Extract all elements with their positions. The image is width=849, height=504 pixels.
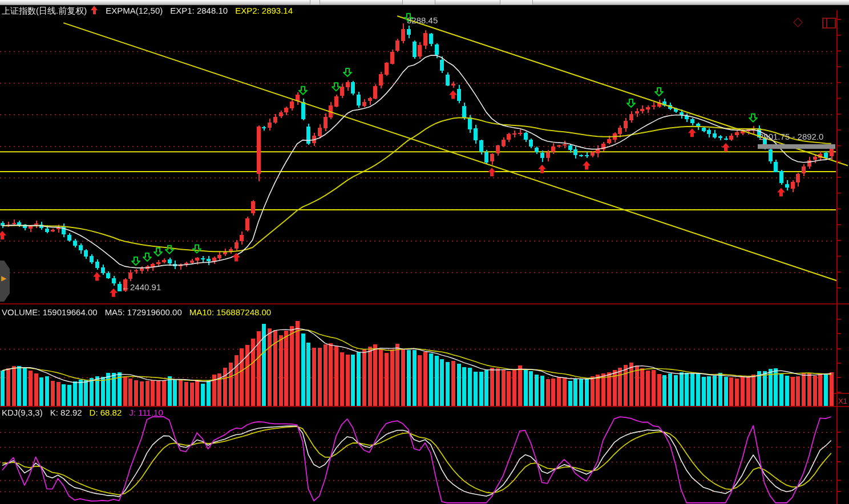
trading-app-window: 上证指数(日线.前复权)EXPMA(12,50)EXP1: 2848.10EXP… — [0, 0, 849, 504]
volume-ma10-value: MA10: 156887248.00 — [189, 307, 271, 317]
exp1-value: EXP1: 2848.10 — [170, 6, 228, 15]
kdj-d-value: D: 68.82 — [90, 408, 122, 417]
volume-ma5-value: MA5: 172919600.00 — [105, 307, 182, 317]
exp2-value: EXP2: 2893.14 — [235, 6, 293, 15]
top-toolbar-strip — [0, 0, 849, 5]
kdj-k-value: K: 82.92 — [50, 408, 82, 417]
low-price-label: ←2440.91 — [122, 282, 161, 292]
expand-right-icon: ▶ — [1, 274, 6, 282]
split-window-icon[interactable] — [822, 18, 836, 29]
kdj-header: KDJ(9,3,3)K: 82.92D: 68.82J: 111.10 — [2, 408, 171, 417]
peak-price-label: 3288.45 — [407, 15, 438, 25]
chart-canvas[interactable] — [0, 0, 849, 504]
current-price-label: 2901.75 - 2892.0 — [759, 132, 823, 141]
zoom-level-label[interactable]: X1 — [838, 396, 847, 406]
kdj-j-value: J: 111.10 — [129, 408, 163, 417]
kdj-label[interactable]: KDJ(9,3,3) — [2, 408, 43, 417]
main-chart-header: 上证指数(日线.前复权)EXPMA(12,50)EXP1: 2848.10EXP… — [2, 6, 300, 15]
diamond-icon[interactable]: ◇ — [793, 15, 803, 28]
split-window-divider — [826, 19, 827, 27]
toolbar-segment — [500, 0, 533, 5]
current-price-bar — [758, 144, 835, 149]
volume-value: VOLUME: 159019664.00 — [2, 307, 98, 317]
left-panel-toggle[interactable]: ▶ — [0, 261, 10, 302]
volume-header: VOLUME: 159019664.00MA5: 172919600.00MA1… — [2, 307, 278, 317]
toolbar-segment — [402, 0, 435, 5]
up-arrow-icon — [90, 6, 98, 15]
symbol-title: 上证指数(日线.前复权) — [2, 6, 87, 15]
toolbar-segment — [310, 0, 320, 5]
indicator-label[interactable]: EXPMA(12,50) — [106, 6, 163, 15]
